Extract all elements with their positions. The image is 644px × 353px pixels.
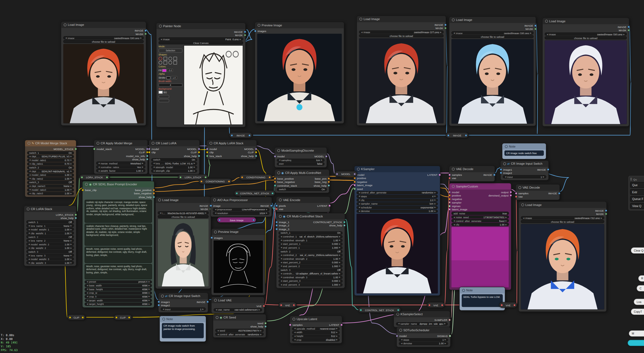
drag-handle-icon[interactable]: ⣿	[630, 177, 632, 181]
widget-width[interactable]: ◀width512▶	[292, 331, 340, 334]
stroke-color-swatch[interactable]	[166, 76, 170, 79]
widget-sampler_name[interactable]: ◀sampler_namelcm▶	[357, 202, 438, 205]
cr-load-lora[interactable]: CR Load LoRAmodelMODELclipCLIPshow_helps…	[149, 140, 200, 174]
output-port-dot[interactable]	[328, 177, 330, 180]
widget-image[interactable]: ◀imagepasted/image (30).png▶	[545, 32, 627, 36]
widget-start_percent_1[interactable]: ◀start_percent_10.000▶	[278, 242, 343, 246]
widget-start_percent_2[interactable]: ◀start_percent_20.000▶	[278, 261, 343, 264]
port-dot[interactable]	[69, 316, 71, 318]
output-port[interactable]: LATENT	[329, 323, 340, 326]
input-port[interactable]: image1	[503, 168, 512, 171]
output-port-dot[interactable]	[449, 335, 451, 337]
output-port-dot[interactable]	[325, 155, 328, 157]
output-port[interactable]: CLIP	[248, 151, 254, 154]
widget-button[interactable]: Clear Canvas	[159, 41, 243, 44]
decrement-arrow-icon[interactable]: ◀	[217, 333, 219, 335]
input-port[interactable]: model	[209, 148, 217, 151]
node-title-bar[interactable]: CR LoRA Stack	[24, 206, 76, 212]
output-port[interactable]: CLIP	[139, 151, 145, 154]
widget-clip_weight_3[interactable]: ◀clip_weight_31.00▶	[26, 261, 74, 264]
output-port[interactable]: MASK	[596, 213, 604, 215]
widget-image[interactable]: ◀imagepasted/image (31).png▶	[521, 216, 604, 219]
output-port[interactable]: MASK	[200, 208, 208, 211]
edge-button[interactable]: CopyT	[631, 309, 644, 315]
port-dot[interactable]	[397, 309, 399, 311]
increment-arrow-icon[interactable]: ▶	[142, 166, 143, 168]
widget-denoise[interactable]: ◀denoise1.00▶	[357, 210, 438, 213]
increment-arrow-icon[interactable]: ▶	[70, 232, 72, 234]
output-port-dot[interactable]	[265, 322, 267, 324]
shape-tool-icon[interactable]	[173, 57, 177, 61]
increment-arrow-icon[interactable]: ▶	[445, 342, 446, 345]
increment-arrow-icon[interactable]: ▶	[70, 247, 72, 249]
output-port[interactable]: MODEL	[315, 155, 324, 158]
input-port[interactable]: pixels	[279, 204, 286, 207]
cr-seed[interactable]: ◉CR Seedseedshow_help◀seed45378338637907…	[213, 314, 266, 338]
shape-tool-icon[interactable]	[168, 57, 172, 61]
increment-arrow-icon[interactable]: ▶	[339, 258, 340, 260]
output-port-dot[interactable]	[255, 155, 257, 157]
widget-control_after_generate[interactable]: ◀control_after_generatefixed▶	[451, 219, 509, 222]
node-title-bar[interactable]: Load Image	[61, 22, 146, 28]
node-title-bar[interactable]: VAE Decode	[516, 185, 559, 191]
increment-arrow-icon[interactable]: ▶	[70, 228, 72, 230]
decrement-arrow-icon[interactable]: ◀	[398, 323, 399, 325]
widget-model_weight_1[interactable]: ◀model_weight_11.00▶	[26, 228, 74, 231]
decrement-arrow-icon[interactable]: ◀	[505, 176, 506, 178]
input-port[interactable]: model	[357, 173, 364, 176]
increment-arrow-icon[interactable]: ▶	[70, 224, 72, 227]
port-dot[interactable]	[128, 316, 130, 318]
increment-arrow-icon[interactable]: ▶	[142, 162, 143, 164]
output-port[interactable]: CLIP	[191, 151, 197, 154]
note-text[interactable]: CR Image node switch from painter to ima…	[162, 323, 204, 338]
decrement-arrow-icon[interactable]: ◀	[87, 303, 88, 305]
widget-switch_2[interactable]: switch_2Off	[26, 235, 74, 238]
decrement-arrow-icon[interactable]: ◀	[29, 174, 30, 176]
increment-arrow-icon[interactable]: ▶	[623, 33, 625, 35]
input-port[interactable]: seed	[357, 187, 363, 190]
output-port[interactable]: seed	[257, 322, 263, 325]
vae-encode[interactable]: VAE EncodepixelsLATENTvae	[276, 196, 330, 213]
widget-ckpt_name2[interactable]: ◀ckpt_name2SDXL\NT-NijiStyleXL_v1.safete…	[27, 170, 74, 173]
decrement-arrow-icon[interactable]: ◀	[163, 308, 164, 310]
increment-arrow-icon[interactable]: ▶	[339, 236, 340, 238]
node-title-bar[interactable]: ◉CR Seed	[213, 314, 266, 321]
increment-arrow-icon[interactable]: ▶	[70, 177, 72, 180]
painter-canvas[interactable]	[184, 45, 243, 125]
widget-strength_model[interactable]: ◀strength_model1.00▶	[151, 165, 197, 169]
widget-switch_3[interactable]: switch_3Off	[26, 250, 74, 253]
increment-arrow-icon[interactable]: ▶	[543, 176, 544, 178]
decrement-arrow-icon[interactable]: ◀	[281, 246, 282, 249]
widget-upscale_method[interactable]: ◀upscale_methodnearest-exact▶	[292, 327, 340, 330]
output-port-dot[interactable]	[558, 192, 560, 194]
decrement-arrow-icon[interactable]: ◀	[29, 192, 30, 195]
decrement-arrow-icon[interactable]: ◀	[28, 247, 30, 249]
decrement-arrow-icon[interactable]: ◀	[359, 192, 360, 194]
decrement-arrow-icon[interactable]: ◀	[87, 295, 88, 298]
cr-model-merge-stack[interactable]: ✎CR Model Merge StackMODEL_STACKswitch_1…	[25, 140, 77, 197]
decrement-arrow-icon[interactable]: ◀	[359, 210, 360, 212]
input-port-dot[interactable]	[448, 174, 451, 176]
output-port-dot[interactable]	[493, 174, 495, 176]
background-swatch[interactable]	[159, 91, 163, 94]
node-graph-canvas[interactable]: Load ImageIMAGEMASK◀imagepasted/image (2…	[0, 0, 644, 353]
input-port[interactable]: samples	[519, 192, 529, 195]
output-port-dot[interactable]	[329, 205, 331, 207]
output-port[interactable]: IMAGE	[618, 25, 626, 28]
input-port[interactable]: model	[452, 190, 459, 193]
output-port[interactable]: show_help	[250, 325, 263, 328]
output-port-dot[interactable]	[207, 301, 209, 303]
input-port[interactable]: vae	[279, 208, 283, 211]
input-port-dot[interactable]	[448, 201, 451, 204]
increment-arrow-icon[interactable]: ▶	[339, 246, 340, 249]
cr-apply-model-merge[interactable]: CR Apply Model Mergemodel_stackMODELCLIP…	[94, 140, 148, 174]
output-port[interactable]: MODEL_STACK	[54, 148, 74, 151]
decrement-arrow-icon[interactable]: ◀	[281, 273, 282, 275]
menu-button[interactable]: Que	[630, 182, 644, 188]
input-port-dot[interactable]	[396, 335, 398, 337]
prompt-textarea[interactable]: Mouth, nose, gaussian noise, worst quali…	[85, 246, 152, 263]
input-port-dot[interactable]	[448, 198, 451, 200]
increment-arrow-icon[interactable]: ▶	[339, 265, 340, 267]
widget-lora_name_2[interactable]: ◀lora_name_2None▶	[26, 239, 74, 242]
widget-image[interactable]: ◀imagepasted/image (26).png▶	[63, 36, 144, 39]
